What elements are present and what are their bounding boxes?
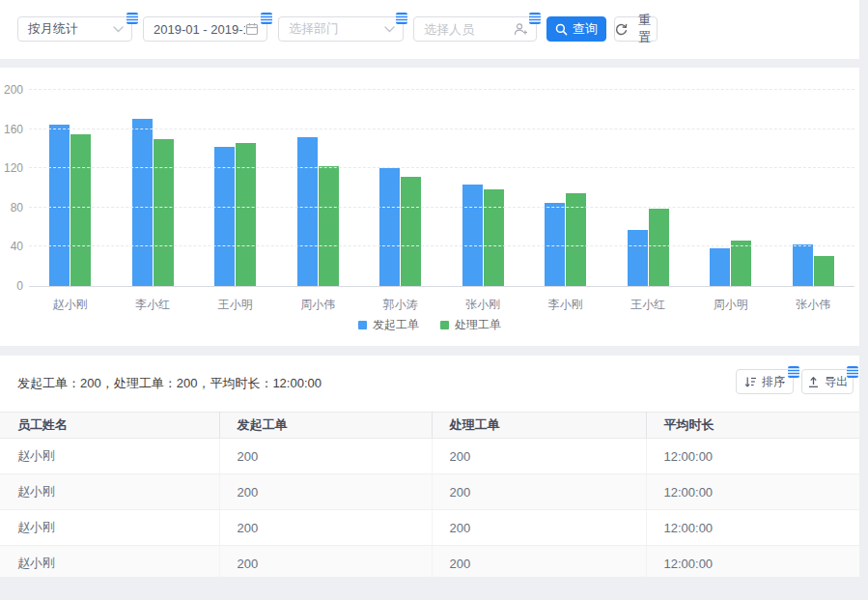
gridline bbox=[29, 245, 854, 246]
page: 按月统计 选择部门 bbox=[0, 0, 868, 600]
annotation-badge-icon bbox=[396, 13, 407, 24]
annotation-badge-icon bbox=[788, 366, 799, 378]
bar-group bbox=[29, 91, 112, 286]
search-icon bbox=[555, 23, 568, 36]
column-header: 平均时长 bbox=[646, 413, 859, 439]
legend-item[interactable]: 处理工单 bbox=[440, 317, 501, 333]
x-axis-label: 张小伟 bbox=[772, 297, 855, 313]
bar-处理工单[interactable] bbox=[319, 166, 339, 286]
annotation-badge-icon bbox=[847, 366, 858, 378]
table-cell: 200 bbox=[219, 439, 432, 474]
bar-处理工单[interactable] bbox=[649, 209, 669, 286]
stat-type-select[interactable]: 按月统计 bbox=[17, 16, 132, 42]
gridline bbox=[29, 167, 854, 168]
bar-处理工单[interactable] bbox=[814, 256, 834, 286]
x-axis-label: 张小刚 bbox=[442, 297, 525, 313]
gridline bbox=[29, 89, 854, 90]
table-cell: 200 bbox=[432, 510, 646, 546]
stat-type-value: 按月统计 bbox=[28, 20, 78, 38]
y-tick-label: 40 bbox=[11, 240, 23, 253]
y-axis: 04080120160200 bbox=[0, 91, 23, 287]
table-row: 赵小刚20020012:00:00 bbox=[0, 546, 859, 578]
bar-group bbox=[607, 91, 690, 286]
table-cell: 12:00:00 bbox=[646, 439, 859, 474]
stats-table: 员工姓名发起工单处理工单平均时长 赵小刚20020012:00:00赵小刚200… bbox=[0, 412, 859, 577]
x-axis-label: 王小红 bbox=[607, 297, 690, 313]
y-tick-label: 80 bbox=[11, 201, 23, 214]
chart-panel: 04080120160200 赵小刚李小红王小明周小伟郭小涛张小刚李小刚王小红周… bbox=[0, 68, 859, 346]
person-add-icon bbox=[514, 22, 528, 36]
table-cell: 赵小刚 bbox=[0, 439, 219, 474]
x-axis-label: 李小刚 bbox=[524, 297, 607, 313]
legend-swatch-icon bbox=[358, 321, 367, 329]
table-cell: 12:00:00 bbox=[646, 510, 859, 546]
bar-处理工单[interactable] bbox=[731, 241, 751, 286]
bar-发起工单[interactable] bbox=[628, 230, 648, 286]
table-cell: 12:00:00 bbox=[646, 474, 859, 510]
table-row: 赵小刚20020012:00:00 bbox=[0, 474, 859, 510]
annotation-badge-icon bbox=[261, 13, 272, 24]
sort-button[interactable]: 排序 bbox=[736, 369, 794, 394]
bar-处理工单[interactable] bbox=[154, 139, 174, 286]
query-button-label: 查询 bbox=[573, 20, 598, 38]
bar-发起工单[interactable] bbox=[710, 248, 730, 286]
table-cell: 赵小刚 bbox=[0, 546, 219, 578]
export-icon bbox=[807, 376, 820, 388]
bar-发起工单[interactable] bbox=[462, 185, 483, 286]
filter-toolbar: 按月统计 选择部门 bbox=[0, 0, 859, 59]
y-tick-label: 160 bbox=[4, 123, 23, 136]
date-range-value[interactable] bbox=[154, 22, 245, 37]
bar-发起工单[interactable] bbox=[793, 244, 813, 286]
bar-group bbox=[277, 91, 360, 286]
bar-group bbox=[194, 91, 277, 286]
table-cell: 12:00:00 bbox=[646, 546, 859, 578]
x-axis-label: 王小明 bbox=[194, 297, 277, 313]
x-axis-label: 周小伟 bbox=[277, 297, 360, 313]
annotation-badge-icon bbox=[529, 13, 541, 24]
x-axis-label: 李小红 bbox=[112, 297, 195, 313]
column-header: 员工姓名 bbox=[0, 413, 219, 439]
bar-group bbox=[772, 91, 855, 286]
bar-处理工单[interactable] bbox=[401, 177, 421, 286]
bar-处理工单[interactable] bbox=[70, 134, 91, 286]
column-header: 发起工单 bbox=[219, 413, 432, 439]
bar-处理工单[interactable] bbox=[484, 189, 504, 286]
y-tick-label: 200 bbox=[4, 83, 23, 97]
legend-label: 处理工单 bbox=[455, 317, 501, 333]
department-select[interactable]: 选择部门 bbox=[278, 16, 404, 42]
person-field[interactable] bbox=[424, 22, 514, 37]
bar-处理工单[interactable] bbox=[236, 143, 256, 286]
legend-label: 发起工单 bbox=[373, 317, 419, 333]
annotation-badge-icon bbox=[126, 13, 138, 24]
department-placeholder: 选择部门 bbox=[289, 20, 339, 38]
table-cell: 200 bbox=[432, 546, 646, 578]
reset-button[interactable]: 重置 bbox=[614, 16, 658, 42]
gridline bbox=[29, 207, 854, 208]
chart-legend: 发起工单处理工单 bbox=[0, 317, 859, 333]
bar-发起工单[interactable] bbox=[132, 119, 153, 286]
bar-发起工单[interactable] bbox=[379, 168, 400, 286]
table-cell: 200 bbox=[219, 546, 432, 578]
person-input[interactable] bbox=[413, 16, 537, 42]
table-cell: 200 bbox=[219, 510, 432, 546]
column-header: 处理工单 bbox=[432, 413, 646, 439]
bar-group bbox=[359, 91, 442, 286]
bar-发起工单[interactable] bbox=[297, 137, 318, 286]
query-button[interactable]: 查询 bbox=[546, 16, 606, 42]
bar-发起工单[interactable] bbox=[49, 125, 70, 286]
bar-group bbox=[689, 91, 772, 286]
summary-text: 发起工单：200，处理工单：200，平均时长：12:00:00 bbox=[17, 375, 322, 392]
y-tick-label: 120 bbox=[4, 161, 23, 175]
sort-button-label: 排序 bbox=[762, 374, 785, 390]
gridline bbox=[29, 129, 854, 129]
legend-swatch-icon bbox=[440, 321, 449, 329]
calendar-icon bbox=[245, 22, 259, 36]
export-button[interactable]: 导出 bbox=[801, 369, 854, 394]
bar-发起工单[interactable] bbox=[545, 203, 565, 286]
x-axis: 赵小刚李小红王小明周小伟郭小涛张小刚李小刚王小红周小明张小伟 bbox=[29, 297, 854, 313]
date-range-input[interactable] bbox=[143, 16, 267, 42]
y-tick-label: 0 bbox=[16, 279, 23, 293]
export-button-label: 导出 bbox=[825, 374, 848, 390]
legend-item[interactable]: 发起工单 bbox=[358, 317, 419, 333]
table-row: 赵小刚20020012:00:00 bbox=[0, 510, 859, 546]
